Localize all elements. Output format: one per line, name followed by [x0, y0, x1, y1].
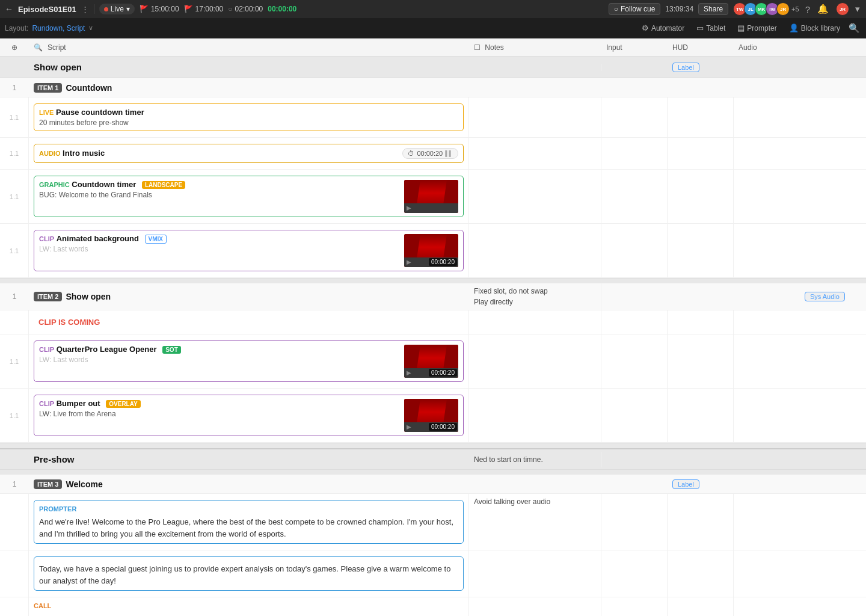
live-title: Pause countdown timer — [56, 108, 144, 117]
preshow-section: Pre-show Ned to start on timne. — [0, 448, 866, 470]
live-input — [601, 97, 668, 137]
call-label: CALL — [34, 602, 51, 609]
col-notes: ☐ Notes — [469, 43, 601, 52]
graphic-notes — [469, 170, 601, 223]
prompter-card1[interactable]: PROMPTER And we're live! Welcome to the … — [34, 500, 464, 544]
qp-hud — [668, 334, 734, 388]
audio-time: 00:00:20 — [417, 150, 443, 157]
status-dropdown[interactable]: ▾ — [126, 5, 130, 13]
back-button[interactable]: ← — [5, 4, 13, 14]
tablet-button[interactable]: ▭ Tablet — [692, 22, 730, 34]
live-extra — [800, 97, 866, 137]
prompter-label: PROMPTER — [39, 505, 76, 513]
search-icon-sm[interactable]: 🔍 — [34, 43, 43, 52]
clip1-hud — [668, 224, 734, 277]
item2-num: 1 — [0, 290, 29, 303]
tablet-icon: ▭ — [696, 23, 704, 32]
preshow-num — [0, 457, 29, 462]
type-live-label: LIVE — [39, 109, 54, 116]
avatar-5: JR — [776, 2, 790, 16]
time4: 00:00:00 — [268, 5, 296, 13]
graphic-card[interactable]: GRAPHIC Countdown timer LANDSCAPE BUG: W… — [34, 176, 464, 217]
item3-label-badge[interactable]: Label — [672, 479, 699, 489]
separator1 — [0, 279, 866, 283]
item3-header: 1 ITEM 3 Welcome Label — [0, 475, 866, 494]
clip1-thumb: ▶ 00:00:20 — [404, 234, 458, 267]
sub-num-audio: 1.1 — [0, 138, 29, 169]
p1-notes: Avoid talking over audio — [469, 494, 601, 550]
qp-input — [601, 334, 668, 388]
graphic-hud — [668, 170, 734, 223]
search-button[interactable]: 🔍 — [847, 22, 861, 35]
clip-bumper-title: Bumper out — [57, 399, 100, 408]
sys-audio-badge[interactable]: Sys Audio — [805, 292, 845, 301]
page-icon: ☐ — [474, 43, 481, 52]
follow-cue-button[interactable]: ○ Follow cue — [609, 3, 661, 15]
col-input: Input — [601, 43, 668, 52]
prompter-text1: And we're live! Welcome to the Pro Leagu… — [39, 516, 458, 540]
item2-header: 1 ITEM 2 Show open Fixed slot, do not sw… — [0, 283, 866, 310]
clip-qp-card[interactable]: CLIP QuarterPro League Opener SOT LW: La… — [34, 340, 464, 382]
item3-badge: ITEM 3 — [34, 479, 62, 489]
audio-hud — [668, 138, 734, 169]
sot-badge: SOT — [162, 346, 181, 354]
vmix-badge: VMIX — [145, 235, 167, 244]
share-btn[interactable]: Share — [698, 3, 728, 15]
qp-notes — [469, 334, 601, 388]
prompter-button[interactable]: ▤ Prompter — [732, 22, 781, 34]
user-avatar[interactable]: JR — [836, 2, 849, 16]
cc-extra — [800, 310, 866, 334]
item2-notes2: Play directly — [474, 298, 596, 306]
separator3 — [0, 470, 866, 475]
layout-dropdown-icon[interactable]: ∨ — [88, 24, 93, 32]
overlay-badge: OVERLAY — [106, 400, 140, 408]
item2-notes: Fixed slot, do not swap Play directly — [469, 283, 601, 310]
prompter-card2[interactable]: Today, we have a special guest joining u… — [34, 556, 464, 591]
time2: 🚩 17:00:00 — [184, 5, 224, 13]
item-group-1: 1 ITEM 1 Countdown 1.1 LIVE Pause countd… — [0, 78, 866, 279]
bumper-extra — [800, 389, 866, 442]
notifications-button[interactable]: 🔔 — [816, 2, 830, 16]
main-scroll-area[interactable]: Show open Label 1 ITEM 1 Countdown 1.1 — [0, 57, 866, 616]
item2-extra: Sys Audio — [800, 289, 866, 304]
toolbar-right: ⚙ Automator ▭ Tablet ▤ Prompter 👤 Block … — [637, 22, 861, 35]
sub-num-qp: 1.1 — [0, 334, 29, 388]
clock3-icon: ○ — [228, 5, 232, 13]
clock-display: 13:09:34 — [665, 5, 693, 13]
item3-title-cell: ITEM 3 Welcome — [29, 476, 469, 493]
clip-bumper-card[interactable]: CLIP Bumper out OVERLAY LW: Live from th… — [34, 395, 464, 436]
item2-notes1: Fixed slot, do not swap — [474, 287, 596, 295]
live-notes — [469, 97, 601, 137]
clip1-notes — [469, 224, 601, 277]
clip1-card[interactable]: CLIP Animated background VMIX LW: Last w… — [34, 230, 464, 271]
live-audio — [734, 97, 800, 137]
sub-num-cc — [0, 310, 29, 334]
status-pill[interactable]: Live ▾ — [99, 4, 135, 14]
clip-coming-label: CLIP IS COMING — [34, 314, 464, 330]
menu-dots-button[interactable]: ⋮ — [81, 5, 89, 14]
clip1-audio — [734, 224, 800, 277]
block-library-button[interactable]: 👤 Block library — [784, 22, 845, 34]
flag2-icon: 🚩 — [184, 5, 193, 13]
p2-input — [601, 550, 668, 597]
p1-extra — [800, 494, 866, 550]
audio-audio — [734, 138, 800, 169]
clip1-extra — [800, 224, 866, 277]
sub-script-p2: Today, we have a special guest joining u… — [29, 550, 469, 597]
live-card[interactable]: LIVE Pause countdown timer 20 minutes be… — [34, 103, 464, 131]
clip-bumper-time: 00:00:20 — [429, 423, 457, 431]
episode-title: EpisodeS01E01 — [18, 5, 76, 14]
call-audio — [734, 597, 800, 616]
help-button[interactable]: ? — [804, 3, 811, 16]
automator-button[interactable]: ⚙ Automator — [637, 22, 689, 34]
layout-label: Layout: — [5, 24, 28, 32]
user-dropdown[interactable]: ▾ — [854, 2, 861, 16]
layout-link[interactable]: Rundown, Script — [32, 24, 85, 32]
clip-qp-time: 00:00:20 — [429, 369, 457, 377]
qp-audio — [734, 334, 800, 388]
drag-icon: ⊕ — [11, 43, 17, 52]
sub-row-live: 1.1 LIVE Pause countdown timer 20 minute… — [0, 97, 866, 138]
bumper-notes — [469, 389, 601, 442]
audio-card[interactable]: AUDIO Intro music ⏱ 00:00:20 ▌▌ — [34, 144, 464, 163]
label-badge[interactable]: Label — [672, 63, 699, 72]
